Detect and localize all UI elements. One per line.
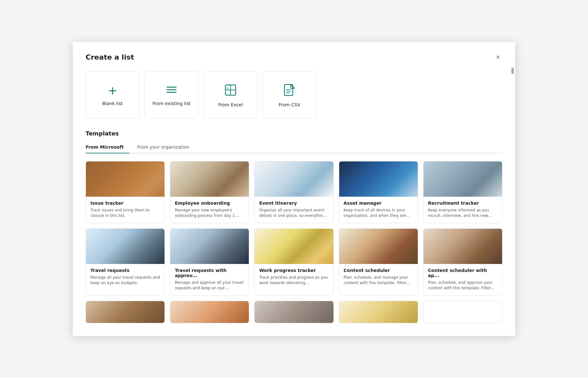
tab-from-organization[interactable]: From your organization	[137, 142, 195, 153]
travel-requests-info: Travel requests Manage all your travel r…	[86, 264, 164, 290]
asset-manager-info: Asset manager Keep track of all devices …	[339, 197, 418, 223]
scrollbar[interactable]	[511, 68, 514, 74]
existing-list-card[interactable]: From existing list	[145, 71, 198, 119]
list-icon	[166, 85, 177, 97]
template-recruitment-tracker[interactable]: Recruitment tracker Keep everyone inform…	[423, 161, 502, 223]
asset-manager-desc: Keep track of all devices in your organi…	[344, 208, 413, 218]
content-scheduler-ap-image	[424, 229, 502, 264]
content-scheduler-ap-desc: Plan, schedule, and approve your content…	[428, 280, 498, 291]
asset-manager-image	[339, 161, 418, 197]
modal-title: Create a list	[86, 53, 134, 61]
excel-label: From Excel	[218, 102, 243, 107]
work-progress-tracker-image	[255, 229, 333, 264]
excel-card[interactable]: x From Excel	[204, 71, 257, 119]
work-progress-tracker-info: Work progress tracker Track priorities a…	[255, 264, 333, 290]
tabs-row: From Microsoft From your organization	[86, 142, 502, 153]
recruitment-tracker-name: Recruitment tracker	[428, 201, 498, 206]
issue-tracker-name: Issue tracker	[90, 201, 160, 206]
template-content-scheduler[interactable]: Content scheduler Plan, schedule, and ma…	[339, 228, 418, 296]
tab-from-microsoft[interactable]: From Microsoft	[86, 142, 130, 153]
travel-requests-name: Travel requests	[90, 268, 160, 273]
template-issue-tracker[interactable]: Issue tracker Track issues and bring the…	[86, 161, 165, 223]
plus-icon: +	[108, 85, 117, 96]
partial-card-4[interactable]	[339, 301, 418, 323]
template-travel-requests-approv[interactable]: Travel requests with approv... Manage an…	[170, 228, 249, 296]
content-scheduler-image	[339, 229, 418, 264]
csv-icon	[284, 84, 295, 98]
employee-onboarding-name: Employee onboarding	[175, 201, 244, 206]
travel-requests-approv-name: Travel requests with approv...	[175, 268, 244, 278]
templates-section-title: Templates	[86, 130, 502, 137]
work-progress-tracker-desc: Track priorities and progress as you wor…	[259, 275, 329, 286]
event-itinerary-image	[255, 161, 333, 197]
template-event-itinerary[interactable]: Event itinerary Organize all your import…	[254, 161, 333, 223]
close-button[interactable]: ×	[493, 52, 502, 62]
csv-label: From CSV	[279, 102, 300, 107]
template-travel-requests[interactable]: Travel requests Manage all your travel r…	[86, 228, 165, 296]
travel-requests-desc: Manage all your travel requests and keep…	[90, 275, 160, 286]
travel-requests-image	[86, 229, 164, 264]
excel-icon: x	[224, 84, 237, 98]
blank-list-label: Blank list	[102, 101, 123, 106]
template-asset-manager[interactable]: Asset manager Keep track of all devices …	[339, 161, 418, 223]
content-scheduler-desc: Plan, schedule, and manage your content …	[344, 275, 413, 286]
svg-text:x: x	[227, 87, 229, 90]
employee-onboarding-image	[170, 161, 249, 197]
content-scheduler-ap-name: Content scheduler with ap...	[428, 268, 498, 278]
template-employee-onboarding[interactable]: Employee onboarding Manage your new empl…	[170, 161, 249, 223]
template-grid: Issue tracker Track issues and bring the…	[86, 161, 502, 295]
modal-header: Create a list ×	[86, 52, 502, 62]
issue-tracker-info: Issue tracker Track issues and bring the…	[86, 197, 164, 223]
template-grid-partial	[86, 301, 502, 323]
partial-card-3[interactable]	[254, 301, 333, 323]
employee-onboarding-info: Employee onboarding Manage your new empl…	[170, 197, 249, 223]
travel-requests-approv-image	[170, 229, 249, 264]
recruitment-tracker-image	[424, 161, 502, 197]
recruitment-tracker-desc: Keep everyone informed as you recruit, i…	[428, 208, 498, 218]
partial-card-1[interactable]	[86, 301, 165, 323]
partial-card-2[interactable]	[170, 301, 249, 323]
top-cards-row: + Blank list From existing list x	[86, 71, 502, 119]
partial-card-5	[423, 301, 502, 323]
template-content-scheduler-ap[interactable]: Content scheduler with ap... Plan, sched…	[423, 228, 502, 296]
travel-requests-approv-desc: Manage and approve all your travel reque…	[175, 280, 244, 291]
csv-card[interactable]: From CSV	[263, 71, 316, 119]
recruitment-tracker-info: Recruitment tracker Keep everyone inform…	[424, 197, 502, 223]
create-list-modal: Create a list × + Blank list From existi…	[73, 42, 515, 336]
employee-onboarding-desc: Manage your new employee's onboarding pr…	[175, 208, 244, 218]
content-scheduler-name: Content scheduler	[344, 268, 413, 273]
issue-tracker-image	[86, 161, 164, 197]
event-itinerary-info: Event itinerary Organize all your import…	[255, 197, 333, 223]
event-itinerary-name: Event itinerary	[259, 201, 329, 206]
issue-tracker-desc: Track issues and bring them to closure i…	[90, 208, 160, 218]
content-scheduler-info: Content scheduler Plan, schedule, and ma…	[339, 264, 418, 290]
template-work-progress-tracker[interactable]: Work progress tracker Track priorities a…	[254, 228, 333, 296]
asset-manager-name: Asset manager	[344, 201, 413, 206]
travel-requests-approv-info: Travel requests with approv... Manage an…	[170, 264, 249, 295]
existing-list-label: From existing list	[152, 101, 190, 106]
work-progress-tracker-name: Work progress tracker	[259, 268, 329, 273]
event-itinerary-desc: Organize all your important event detail…	[259, 208, 329, 218]
svg-rect-7	[284, 85, 293, 95]
content-scheduler-ap-info: Content scheduler with ap... Plan, sched…	[424, 264, 502, 295]
blank-list-card[interactable]: + Blank list	[86, 71, 139, 119]
